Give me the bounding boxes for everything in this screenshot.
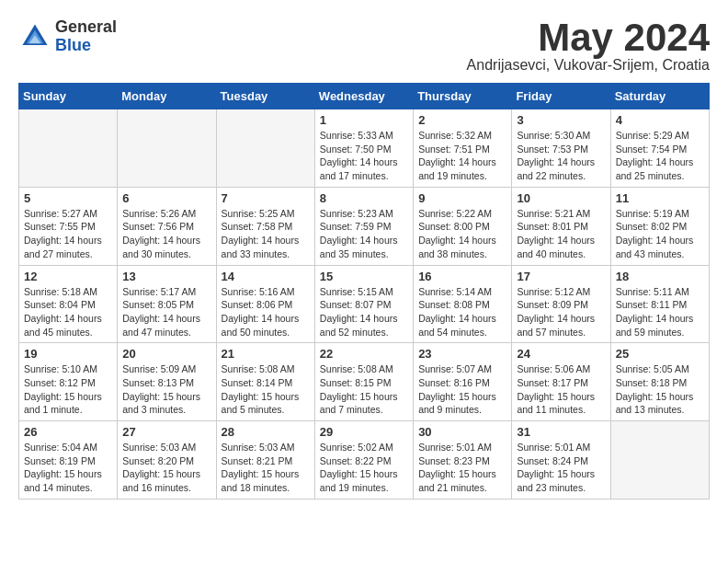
day-info: Sunrise: 5:17 AM Sunset: 8:05 PM Dayligh… xyxy=(122,285,210,339)
day-info: Sunrise: 5:14 AM Sunset: 8:08 PM Dayligh… xyxy=(418,285,506,339)
day-info: Sunrise: 5:01 AM Sunset: 8:24 PM Dayligh… xyxy=(517,441,605,495)
day-number: 2 xyxy=(418,113,506,127)
day-number: 4 xyxy=(616,113,704,127)
day-info: Sunrise: 5:21 AM Sunset: 8:01 PM Dayligh… xyxy=(517,207,605,261)
day-info: Sunrise: 5:03 AM Sunset: 8:21 PM Dayligh… xyxy=(222,441,310,495)
calendar-cell: 29Sunrise: 5:02 AM Sunset: 8:22 PM Dayli… xyxy=(314,421,413,500)
day-number: 25 xyxy=(616,347,704,361)
day-info: Sunrise: 5:08 AM Sunset: 8:14 PM Dayligh… xyxy=(222,362,310,417)
calendar-week-3: 12Sunrise: 5:18 AM Sunset: 8:04 PM Dayli… xyxy=(19,265,710,343)
calendar-cell: 17Sunrise: 5:12 AM Sunset: 8:09 PM Dayli… xyxy=(512,265,610,343)
day-info: Sunrise: 5:27 AM Sunset: 7:55 PM Dayligh… xyxy=(24,207,112,261)
day-number: 15 xyxy=(320,270,408,283)
day-info: Sunrise: 5:19 AM Sunset: 8:02 PM Dayligh… xyxy=(616,207,704,261)
location: Andrijasevci, Vukovar-Srijem, Croatia xyxy=(467,57,710,74)
day-number: 20 xyxy=(122,347,210,361)
day-number: 14 xyxy=(222,270,310,283)
day-info: Sunrise: 5:04 AM Sunset: 8:19 PM Dayligh… xyxy=(24,441,112,495)
calendar-cell: 22Sunrise: 5:08 AM Sunset: 8:15 PM Dayli… xyxy=(314,343,413,421)
day-info: Sunrise: 5:15 AM Sunset: 8:07 PM Dayligh… xyxy=(320,285,408,339)
calendar-cell: 13Sunrise: 5:17 AM Sunset: 8:05 PM Dayli… xyxy=(118,265,216,343)
day-info: Sunrise: 5:29 AM Sunset: 7:54 PM Dayligh… xyxy=(616,129,704,183)
weekday-header-thursday: Thursday xyxy=(414,84,512,109)
calendar-cell: 2Sunrise: 5:32 AM Sunset: 7:51 PM Daylig… xyxy=(414,109,512,188)
calendar-cell: 15Sunrise: 5:15 AM Sunset: 8:07 PM Dayli… xyxy=(314,265,413,343)
calendar-table: SundayMondayTuesdayWednesdayThursdayFrid… xyxy=(18,83,710,500)
calendar-cell: 16Sunrise: 5:14 AM Sunset: 8:08 PM Dayli… xyxy=(414,265,512,343)
day-info: Sunrise: 5:32 AM Sunset: 7:51 PM Dayligh… xyxy=(418,129,506,183)
day-info: Sunrise: 5:26 AM Sunset: 7:56 PM Dayligh… xyxy=(122,207,210,261)
day-number: 8 xyxy=(320,191,408,205)
page-header: General Blue May 2024 Andrijasevci, Vuko… xyxy=(18,18,710,74)
day-info: Sunrise: 5:01 AM Sunset: 8:23 PM Dayligh… xyxy=(418,441,506,495)
day-number: 26 xyxy=(24,425,112,439)
logo: General Blue xyxy=(18,18,117,55)
title-area: May 2024 Andrijasevci, Vukovar-Srijem, C… xyxy=(467,18,710,74)
day-number: 21 xyxy=(222,347,310,361)
day-info: Sunrise: 5:06 AM Sunset: 8:17 PM Dayligh… xyxy=(517,362,605,417)
day-info: Sunrise: 5:10 AM Sunset: 8:12 PM Dayligh… xyxy=(24,362,112,417)
day-info: Sunrise: 5:05 AM Sunset: 8:18 PM Dayligh… xyxy=(616,362,704,417)
logo-general-text: General xyxy=(55,18,117,37)
calendar-cell: 21Sunrise: 5:08 AM Sunset: 8:14 PM Dayli… xyxy=(216,343,314,421)
day-number: 24 xyxy=(517,347,605,361)
logo-icon xyxy=(18,20,51,53)
calendar-cell xyxy=(216,109,314,188)
calendar-cell: 18Sunrise: 5:11 AM Sunset: 8:11 PM Dayli… xyxy=(610,265,709,343)
calendar-cell: 5Sunrise: 5:27 AM Sunset: 7:55 PM Daylig… xyxy=(19,187,118,265)
calendar-cell: 8Sunrise: 5:23 AM Sunset: 7:59 PM Daylig… xyxy=(314,187,413,265)
weekday-header-monday: Monday xyxy=(118,84,216,109)
day-number: 29 xyxy=(320,425,408,439)
day-info: Sunrise: 5:02 AM Sunset: 8:22 PM Dayligh… xyxy=(320,441,408,495)
day-number: 30 xyxy=(418,425,506,439)
day-number: 28 xyxy=(222,425,310,439)
calendar-cell: 14Sunrise: 5:16 AM Sunset: 8:06 PM Dayli… xyxy=(216,265,314,343)
calendar-week-2: 5Sunrise: 5:27 AM Sunset: 7:55 PM Daylig… xyxy=(19,187,710,265)
calendar-cell: 3Sunrise: 5:30 AM Sunset: 7:53 PM Daylig… xyxy=(512,109,610,188)
calendar-cell: 1Sunrise: 5:33 AM Sunset: 7:50 PM Daylig… xyxy=(314,109,413,188)
day-info: Sunrise: 5:25 AM Sunset: 7:58 PM Dayligh… xyxy=(222,207,310,261)
day-number: 19 xyxy=(24,347,112,361)
calendar-week-4: 19Sunrise: 5:10 AM Sunset: 8:12 PM Dayli… xyxy=(19,343,710,421)
logo-text: General Blue xyxy=(55,18,117,55)
calendar-cell: 25Sunrise: 5:05 AM Sunset: 8:18 PM Dayli… xyxy=(610,343,709,421)
day-number: 18 xyxy=(616,270,704,283)
day-info: Sunrise: 5:23 AM Sunset: 7:59 PM Dayligh… xyxy=(320,207,408,261)
day-info: Sunrise: 5:03 AM Sunset: 8:20 PM Dayligh… xyxy=(122,441,210,495)
calendar-cell: 26Sunrise: 5:04 AM Sunset: 8:19 PM Dayli… xyxy=(19,421,118,500)
day-number: 7 xyxy=(222,191,310,205)
calendar-cell: 12Sunrise: 5:18 AM Sunset: 8:04 PM Dayli… xyxy=(19,265,118,343)
day-info: Sunrise: 5:07 AM Sunset: 8:16 PM Dayligh… xyxy=(418,362,506,417)
day-info: Sunrise: 5:09 AM Sunset: 8:13 PM Dayligh… xyxy=(122,362,210,417)
calendar-week-1: 1Sunrise: 5:33 AM Sunset: 7:50 PM Daylig… xyxy=(19,109,710,188)
month-title: May 2024 xyxy=(467,18,710,57)
calendar-cell xyxy=(610,421,709,500)
day-number: 5 xyxy=(24,191,112,205)
calendar-cell: 31Sunrise: 5:01 AM Sunset: 8:24 PM Dayli… xyxy=(512,421,610,500)
weekday-header-sunday: Sunday xyxy=(19,84,118,109)
day-number: 11 xyxy=(616,191,704,205)
day-number: 22 xyxy=(320,347,408,361)
day-number: 12 xyxy=(24,270,112,283)
day-number: 1 xyxy=(320,113,408,127)
weekday-header-tuesday: Tuesday xyxy=(216,84,314,109)
calendar-cell: 10Sunrise: 5:21 AM Sunset: 8:01 PM Dayli… xyxy=(512,187,610,265)
calendar-cell: 30Sunrise: 5:01 AM Sunset: 8:23 PM Dayli… xyxy=(414,421,512,500)
day-info: Sunrise: 5:22 AM Sunset: 8:00 PM Dayligh… xyxy=(418,207,506,261)
day-info: Sunrise: 5:12 AM Sunset: 8:09 PM Dayligh… xyxy=(517,285,605,339)
day-info: Sunrise: 5:08 AM Sunset: 8:15 PM Dayligh… xyxy=(320,362,408,417)
weekday-header-friday: Friday xyxy=(512,84,610,109)
calendar-week-5: 26Sunrise: 5:04 AM Sunset: 8:19 PM Dayli… xyxy=(19,421,710,500)
day-info: Sunrise: 5:11 AM Sunset: 8:11 PM Dayligh… xyxy=(616,285,704,339)
weekday-header-wednesday: Wednesday xyxy=(314,84,413,109)
calendar-cell xyxy=(118,109,216,188)
calendar-cell: 9Sunrise: 5:22 AM Sunset: 8:00 PM Daylig… xyxy=(414,187,512,265)
day-info: Sunrise: 5:18 AM Sunset: 8:04 PM Dayligh… xyxy=(24,285,112,339)
day-info: Sunrise: 5:16 AM Sunset: 8:06 PM Dayligh… xyxy=(222,285,310,339)
calendar-cell: 4Sunrise: 5:29 AM Sunset: 7:54 PM Daylig… xyxy=(610,109,709,188)
day-number: 31 xyxy=(517,425,605,439)
calendar-cell: 7Sunrise: 5:25 AM Sunset: 7:58 PM Daylig… xyxy=(216,187,314,265)
calendar-cell xyxy=(19,109,118,188)
calendar-cell: 6Sunrise: 5:26 AM Sunset: 7:56 PM Daylig… xyxy=(118,187,216,265)
logo-blue-text: Blue xyxy=(55,37,117,55)
